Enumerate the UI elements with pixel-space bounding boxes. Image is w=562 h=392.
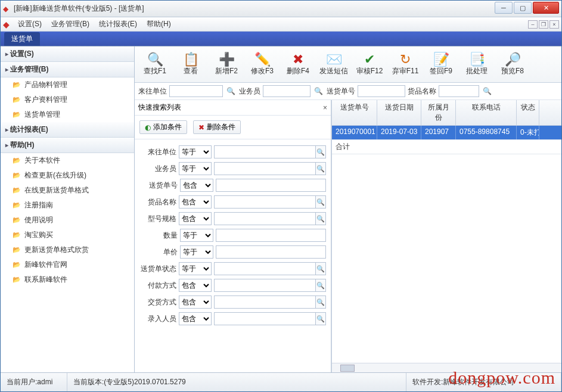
nav-group-help[interactable]: 帮助(H) bbox=[1, 138, 134, 153]
toolbar-button[interactable]: ✏️修改F3 bbox=[246, 49, 279, 80]
menu-help[interactable]: 帮助(H) bbox=[142, 18, 176, 30]
sidebar-item[interactable]: 使用说明 bbox=[1, 213, 134, 228]
toolbar-button[interactable]: ✖删除F4 bbox=[281, 49, 315, 80]
sidebar-item[interactable]: 新峰软件官网 bbox=[1, 257, 134, 272]
tab-delivery-order[interactable]: 送货单 bbox=[4, 32, 40, 46]
grid-header-cell[interactable]: 联系电话 bbox=[456, 100, 517, 125]
sidebar-item[interactable]: 送货单管理 bbox=[1, 107, 134, 122]
toolbar-button[interactable]: ↻弃审F11 bbox=[389, 49, 422, 80]
search-icon[interactable]: 🔍 bbox=[314, 87, 323, 95]
sidebar-item[interactable]: 在线更新送货单格式 bbox=[1, 183, 134, 198]
menu-business[interactable]: 业务管理(B) bbox=[46, 18, 94, 30]
condition-operator[interactable]: 等于 bbox=[179, 262, 211, 275]
toolbar-button[interactable]: 📑批处理 bbox=[460, 49, 493, 80]
grid-header-cell[interactable]: 送货日期 bbox=[377, 100, 421, 125]
condition-operator[interactable]: 包含 bbox=[179, 212, 211, 225]
condition-operator[interactable]: 包含 bbox=[179, 295, 211, 309]
sidebar-item[interactable]: 淘宝购买 bbox=[1, 228, 134, 242]
toolbar-button[interactable]: 📝签回F9 bbox=[424, 49, 458, 80]
condition-operator[interactable]: 等于 bbox=[179, 162, 211, 175]
grid-header-cell[interactable]: 状态 bbox=[517, 100, 539, 125]
close-button[interactable]: ✕ bbox=[533, 2, 559, 14]
sidebar-item[interactable]: 更新送货单格式欣赏 bbox=[1, 242, 134, 257]
condition-label: 型号规格 bbox=[139, 214, 179, 224]
condition-value-input[interactable] bbox=[214, 295, 316, 309]
toolbar-icon: 📋 bbox=[183, 53, 199, 66]
condition-value-input[interactable] bbox=[214, 145, 316, 158]
condition-label: 交货方式 bbox=[139, 297, 179, 307]
search-icon[interactable]: 🔍 bbox=[316, 145, 327, 158]
condition-value-input[interactable] bbox=[214, 195, 316, 209]
summary-row: 合计 bbox=[332, 140, 561, 154]
sidebar-item[interactable]: 检查更新(在线升级) bbox=[1, 168, 134, 183]
nav-group-business[interactable]: 业务管理(B) bbox=[1, 62, 134, 77]
sidebar-item[interactable]: 产品物料管理 bbox=[1, 77, 134, 92]
condition-row: 录入人员 包含 🔍 bbox=[139, 312, 326, 325]
mdi-restore-button[interactable]: ❐ bbox=[539, 20, 548, 29]
filter-input-product[interactable] bbox=[439, 85, 479, 97]
search-icon[interactable]: 🔍 bbox=[316, 212, 327, 225]
filter-label-product: 货品名称 bbox=[408, 86, 436, 97]
nav-group-reports[interactable]: 统计报表(E) bbox=[1, 122, 134, 138]
quick-close-icon[interactable]: × bbox=[323, 104, 327, 112]
toolbar-icon: ✏️ bbox=[254, 53, 271, 66]
sidebar-item[interactable]: 客户资料管理 bbox=[1, 92, 134, 107]
condition-operator[interactable]: 包含 bbox=[179, 312, 211, 325]
mdi-close-button[interactable]: × bbox=[549, 20, 559, 29]
table-row[interactable]: 2019070001 2019-07-03 201907 0755-898087… bbox=[332, 126, 561, 140]
condition-operator[interactable]: 等于 bbox=[180, 229, 213, 242]
sidebar-item[interactable]: 关于本软件 bbox=[1, 153, 134, 168]
search-icon[interactable]: 🔍 bbox=[316, 279, 327, 292]
sidebar-item[interactable]: 联系新峰软件 bbox=[1, 272, 134, 287]
toolbar-button[interactable]: 🔍查找F1 bbox=[138, 49, 172, 80]
condition-value-input[interactable] bbox=[214, 262, 316, 275]
condition-value-input[interactable] bbox=[214, 279, 316, 292]
condition-label: 单价 bbox=[139, 247, 180, 257]
condition-value-input[interactable] bbox=[214, 212, 316, 225]
condition-label: 来往单位 bbox=[139, 147, 179, 157]
status-version: 当前版本:(专业版5)2019.0701.5279 bbox=[67, 373, 406, 391]
delete-condition-button[interactable]: ✖删除条件 bbox=[193, 120, 241, 134]
filter-input-company[interactable] bbox=[169, 85, 223, 97]
condition-value-input[interactable] bbox=[214, 312, 316, 325]
search-icon[interactable]: 🔍 bbox=[316, 162, 327, 175]
condition-operator[interactable]: 包含 bbox=[179, 195, 211, 209]
sidebar-item[interactable]: 注册指南 bbox=[1, 198, 134, 213]
condition-row: 单价 等于 bbox=[139, 245, 326, 259]
menu-settings[interactable]: 设置(S) bbox=[13, 18, 46, 30]
condition-value-input[interactable] bbox=[216, 229, 326, 242]
toolbar-button[interactable]: ✔审核F12 bbox=[353, 49, 386, 80]
filter-input-salesman[interactable] bbox=[263, 85, 311, 97]
filter-label-orderno: 送货单号 bbox=[327, 86, 355, 97]
toolbar-button[interactable]: ➕新增F2 bbox=[210, 49, 243, 80]
toolbar-icon: ✉️ bbox=[326, 53, 342, 66]
grid-header-cell[interactable]: 所属月份 bbox=[421, 100, 456, 125]
minimize-button[interactable]: ─ bbox=[495, 2, 513, 14]
menu-reports[interactable]: 统计报表(E) bbox=[94, 18, 142, 30]
condition-operator[interactable]: 等于 bbox=[179, 145, 211, 158]
mdi-minimize-button[interactable]: – bbox=[528, 20, 538, 29]
toolbar-button[interactable]: 🔎预览F8 bbox=[496, 49, 529, 80]
search-icon[interactable]: 🔍 bbox=[226, 87, 235, 95]
toolbar-button[interactable]: 📋查看 bbox=[174, 49, 207, 80]
search-icon[interactable]: 🔍 bbox=[483, 87, 492, 95]
search-icon[interactable]: 🔍 bbox=[316, 262, 327, 275]
search-icon[interactable]: 🔍 bbox=[316, 312, 327, 325]
condition-value-input[interactable] bbox=[214, 162, 316, 175]
add-condition-button[interactable]: ◐添加条件 bbox=[139, 120, 187, 134]
grid-header-cell[interactable]: 送货单号 bbox=[332, 100, 377, 125]
toolbar-button[interactable]: ✉️发送短信 bbox=[317, 49, 350, 80]
maximize-button[interactable]: ▢ bbox=[514, 2, 532, 14]
condition-value-input[interactable] bbox=[216, 179, 326, 192]
search-icon[interactable]: 🔍 bbox=[316, 295, 327, 309]
condition-operator[interactable]: 包含 bbox=[180, 179, 213, 192]
condition-operator[interactable]: 包含 bbox=[179, 279, 211, 292]
filter-input-orderno[interactable] bbox=[358, 85, 405, 97]
condition-value-input[interactable] bbox=[216, 245, 326, 259]
search-icon[interactable]: 🔍 bbox=[316, 195, 327, 209]
condition-operator[interactable]: 等于 bbox=[180, 245, 213, 259]
nav-group-settings[interactable]: 设置(S) bbox=[1, 46, 134, 62]
titlebar: ◆ [新峰]新峰送货单软件(专业版5) - [送货单] ─ ▢ ✕ bbox=[1, 1, 561, 17]
condition-row: 业务员 等于 🔍 bbox=[139, 162, 326, 175]
horizontal-scrollbar[interactable] bbox=[332, 363, 561, 372]
